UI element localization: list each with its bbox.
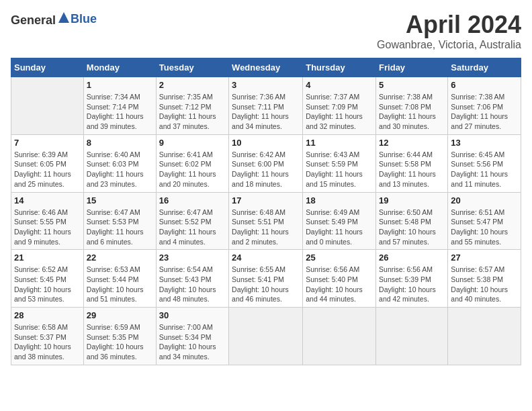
weekday-header-row: SundayMondayTuesdayWednesdayThursdayFrid… xyxy=(11,58,521,77)
calendar-cell: 29Sunrise: 6:59 AMSunset: 5:35 PMDayligh… xyxy=(83,308,156,365)
weekday-header-wednesday: Wednesday xyxy=(229,58,303,77)
day-info: Sunrise: 7:00 AMSunset: 5:34 PMDaylight:… xyxy=(159,322,226,362)
calendar-cell: 19Sunrise: 6:50 AMSunset: 5:48 PMDayligh… xyxy=(376,192,448,250)
calendar-cell: 20Sunrise: 6:51 AMSunset: 5:47 PMDayligh… xyxy=(448,192,521,250)
day-number: 8 xyxy=(87,138,153,148)
calendar-cell: 30Sunrise: 7:00 AMSunset: 5:34 PMDayligh… xyxy=(156,308,228,365)
day-info: Sunrise: 6:43 AMSunset: 5:59 PMDaylight:… xyxy=(306,150,373,189)
day-number: 23 xyxy=(159,253,226,263)
day-number: 5 xyxy=(379,80,445,90)
day-info: Sunrise: 6:58 AMSunset: 5:37 PMDaylight:… xyxy=(14,322,81,362)
day-number: 14 xyxy=(14,195,81,205)
calendar-cell: 1Sunrise: 7:34 AMSunset: 7:14 PMDaylight… xyxy=(83,77,156,135)
day-number: 10 xyxy=(232,138,300,148)
calendar-cell: 16Sunrise: 6:47 AMSunset: 5:52 PMDayligh… xyxy=(156,192,228,250)
day-number: 20 xyxy=(451,195,518,205)
calendar-cell: 22Sunrise: 6:53 AMSunset: 5:44 PMDayligh… xyxy=(83,250,156,308)
day-number: 27 xyxy=(451,253,518,263)
day-number: 19 xyxy=(379,195,445,205)
day-info: Sunrise: 6:55 AMSunset: 5:41 PMDaylight:… xyxy=(232,265,300,304)
day-info: Sunrise: 6:54 AMSunset: 5:43 PMDaylight:… xyxy=(159,265,226,304)
day-number: 1 xyxy=(87,80,153,90)
day-info: Sunrise: 7:38 AMSunset: 7:08 PMDaylight:… xyxy=(379,92,445,132)
day-number: 6 xyxy=(451,80,518,90)
calendar-cell: 13Sunrise: 6:45 AMSunset: 5:56 PMDayligh… xyxy=(448,134,521,192)
day-number: 12 xyxy=(379,138,445,148)
calendar-cell: 17Sunrise: 6:48 AMSunset: 5:51 PMDayligh… xyxy=(229,192,303,250)
calendar-cell: 4Sunrise: 7:37 AMSunset: 7:09 PMDaylight… xyxy=(303,77,376,135)
weekday-header-saturday: Saturday xyxy=(448,58,521,77)
calendar-cell: 12Sunrise: 6:44 AMSunset: 5:58 PMDayligh… xyxy=(376,134,448,192)
weekday-header-sunday: Sunday xyxy=(11,58,84,77)
calendar-cell: 28Sunrise: 6:58 AMSunset: 5:37 PMDayligh… xyxy=(11,308,84,365)
weekday-header-thursday: Thursday xyxy=(303,58,376,77)
month-year-title: April 2024 xyxy=(377,11,521,39)
calendar-cell: 25Sunrise: 6:56 AMSunset: 5:40 PMDayligh… xyxy=(303,250,376,308)
day-info: Sunrise: 6:56 AMSunset: 5:39 PMDaylight:… xyxy=(379,265,445,304)
calendar-cell: 10Sunrise: 6:42 AMSunset: 6:00 PMDayligh… xyxy=(229,134,303,192)
calendar-cell xyxy=(229,308,303,365)
calendar-week-row: 14Sunrise: 6:46 AMSunset: 5:55 PMDayligh… xyxy=(11,192,521,250)
calendar-cell: 3Sunrise: 7:36 AMSunset: 7:11 PMDaylight… xyxy=(229,77,303,135)
calendar-cell: 27Sunrise: 6:57 AMSunset: 5:38 PMDayligh… xyxy=(448,250,521,308)
day-info: Sunrise: 7:35 AMSunset: 7:12 PMDaylight:… xyxy=(159,92,226,132)
calendar-week-row: 28Sunrise: 6:58 AMSunset: 5:37 PMDayligh… xyxy=(11,308,521,365)
calendar-week-row: 7Sunrise: 6:39 AMSunset: 6:05 PMDaylight… xyxy=(11,134,521,192)
day-number: 28 xyxy=(14,310,81,320)
day-number: 24 xyxy=(232,253,300,263)
calendar-cell: 21Sunrise: 6:52 AMSunset: 5:45 PMDayligh… xyxy=(11,250,84,308)
calendar-cell: 9Sunrise: 6:41 AMSunset: 6:02 PMDaylight… xyxy=(156,134,228,192)
day-number: 22 xyxy=(87,253,153,263)
calendar-week-row: 1Sunrise: 7:34 AMSunset: 7:14 PMDaylight… xyxy=(11,77,521,135)
day-info: Sunrise: 6:49 AMSunset: 5:49 PMDaylight:… xyxy=(306,208,373,247)
day-info: Sunrise: 6:41 AMSunset: 6:02 PMDaylight:… xyxy=(159,150,226,189)
day-info: Sunrise: 6:48 AMSunset: 5:51 PMDaylight:… xyxy=(232,208,300,247)
day-info: Sunrise: 7:36 AMSunset: 7:11 PMDaylight:… xyxy=(232,92,300,132)
day-number: 25 xyxy=(306,253,373,263)
day-info: Sunrise: 6:57 AMSunset: 5:38 PMDaylight:… xyxy=(451,265,518,304)
calendar-cell: 18Sunrise: 6:49 AMSunset: 5:49 PMDayligh… xyxy=(303,192,376,250)
calendar-cell: 5Sunrise: 7:38 AMSunset: 7:08 PMDaylight… xyxy=(376,77,448,135)
day-info: Sunrise: 6:44 AMSunset: 5:58 PMDaylight:… xyxy=(379,150,445,189)
calendar-cell xyxy=(303,308,376,365)
day-info: Sunrise: 6:56 AMSunset: 5:40 PMDaylight:… xyxy=(306,265,373,304)
day-number: 2 xyxy=(159,80,226,90)
day-number: 18 xyxy=(306,195,373,205)
calendar-cell: 8Sunrise: 6:40 AMSunset: 6:03 PMDaylight… xyxy=(83,134,156,192)
calendar-cell: 15Sunrise: 6:47 AMSunset: 5:53 PMDayligh… xyxy=(83,192,156,250)
calendar-cell: 6Sunrise: 7:38 AMSunset: 7:06 PMDaylight… xyxy=(448,77,521,135)
weekday-header-tuesday: Tuesday xyxy=(156,58,228,77)
svg-marker-0 xyxy=(58,12,69,23)
location-subtitle: Gowanbrae, Victoria, Australia xyxy=(377,39,521,51)
logo: General Blue xyxy=(11,11,97,28)
calendar-cell xyxy=(11,77,84,135)
day-info: Sunrise: 6:52 AMSunset: 5:45 PMDaylight:… xyxy=(14,265,81,304)
day-info: Sunrise: 6:50 AMSunset: 5:48 PMDaylight:… xyxy=(379,208,445,247)
weekday-header-monday: Monday xyxy=(83,58,156,77)
calendar-cell: 11Sunrise: 6:43 AMSunset: 5:59 PMDayligh… xyxy=(303,134,376,192)
day-info: Sunrise: 6:45 AMSunset: 5:56 PMDaylight:… xyxy=(451,150,518,189)
logo-icon xyxy=(57,11,71,24)
day-info: Sunrise: 6:59 AMSunset: 5:35 PMDaylight:… xyxy=(87,322,153,362)
day-info: Sunrise: 6:51 AMSunset: 5:47 PMDaylight:… xyxy=(451,208,518,247)
day-info: Sunrise: 6:53 AMSunset: 5:44 PMDaylight:… xyxy=(87,265,153,304)
day-number: 7 xyxy=(14,138,81,148)
day-info: Sunrise: 6:42 AMSunset: 6:00 PMDaylight:… xyxy=(232,150,300,189)
calendar-table: SundayMondayTuesdayWednesdayThursdayFrid… xyxy=(11,58,521,365)
calendar-cell: 7Sunrise: 6:39 AMSunset: 6:05 PMDaylight… xyxy=(11,134,84,192)
day-number: 16 xyxy=(159,195,226,205)
calendar-cell: 24Sunrise: 6:55 AMSunset: 5:41 PMDayligh… xyxy=(229,250,303,308)
logo-general: General xyxy=(11,13,56,27)
day-number: 4 xyxy=(306,80,373,90)
day-number: 15 xyxy=(87,195,153,205)
calendar-cell: 23Sunrise: 6:54 AMSunset: 5:43 PMDayligh… xyxy=(156,250,228,308)
day-number: 29 xyxy=(87,310,153,320)
day-info: Sunrise: 7:34 AMSunset: 7:14 PMDaylight:… xyxy=(87,92,153,132)
calendar-cell xyxy=(376,308,448,365)
day-info: Sunrise: 6:47 AMSunset: 5:53 PMDaylight:… xyxy=(87,208,153,247)
day-info: Sunrise: 6:47 AMSunset: 5:52 PMDaylight:… xyxy=(159,208,226,247)
calendar-cell: 2Sunrise: 7:35 AMSunset: 7:12 PMDaylight… xyxy=(156,77,228,135)
day-info: Sunrise: 7:38 AMSunset: 7:06 PMDaylight:… xyxy=(451,92,518,132)
day-number: 26 xyxy=(379,253,445,263)
calendar-week-row: 21Sunrise: 6:52 AMSunset: 5:45 PMDayligh… xyxy=(11,250,521,308)
